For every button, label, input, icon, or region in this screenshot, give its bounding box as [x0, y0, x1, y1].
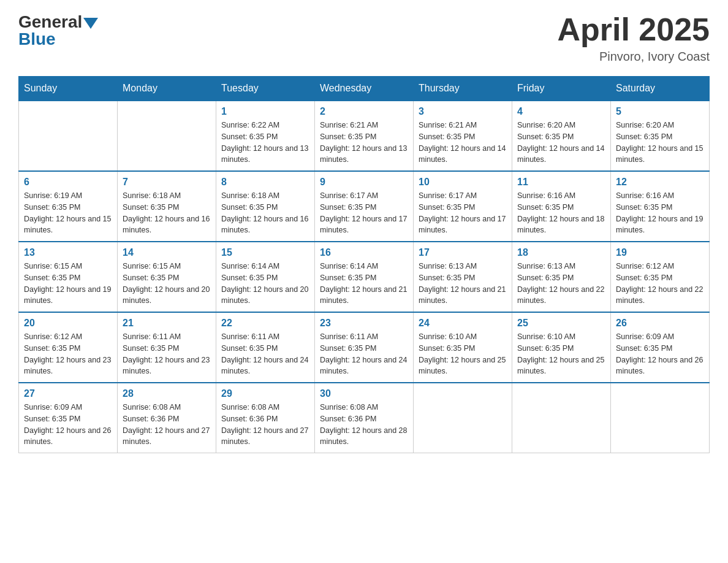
calendar-cell: 4Sunrise: 6:20 AM Sunset: 6:35 PM Daylig… [512, 101, 611, 171]
day-number: 25 [517, 318, 605, 329]
calendar-cell: 25Sunrise: 6:10 AM Sunset: 6:35 PM Dayli… [512, 312, 611, 383]
day-info: Sunrise: 6:17 AM Sunset: 6:35 PM Dayligh… [419, 190, 507, 236]
calendar-cell: 20Sunrise: 6:12 AM Sunset: 6:35 PM Dayli… [19, 312, 118, 383]
day-info: Sunrise: 6:10 AM Sunset: 6:35 PM Dayligh… [419, 331, 507, 377]
day-number: 17 [419, 247, 507, 258]
day-info: Sunrise: 6:12 AM Sunset: 6:35 PM Dayligh… [616, 261, 704, 307]
day-info: Sunrise: 6:09 AM Sunset: 6:35 PM Dayligh… [24, 402, 112, 448]
day-number: 4 [517, 106, 605, 117]
calendar-week-5: 27Sunrise: 6:09 AM Sunset: 6:35 PM Dayli… [19, 383, 710, 453]
day-info: Sunrise: 6:12 AM Sunset: 6:35 PM Dayligh… [24, 331, 112, 377]
day-number: 11 [517, 177, 605, 188]
calendar-cell: 21Sunrise: 6:11 AM Sunset: 6:35 PM Dayli… [118, 312, 216, 383]
day-number: 9 [320, 177, 408, 188]
day-info: Sunrise: 6:11 AM Sunset: 6:35 PM Dayligh… [221, 331, 309, 377]
logo-arrow-icon [83, 18, 98, 29]
day-number: 15 [221, 247, 309, 258]
day-number: 23 [320, 318, 408, 329]
day-number: 29 [221, 388, 309, 399]
day-info: Sunrise: 6:08 AM Sunset: 6:36 PM Dayligh… [320, 402, 408, 448]
calendar-cell: 11Sunrise: 6:16 AM Sunset: 6:35 PM Dayli… [512, 171, 611, 242]
day-info: Sunrise: 6:11 AM Sunset: 6:35 PM Dayligh… [123, 331, 211, 377]
calendar-cell: 7Sunrise: 6:18 AM Sunset: 6:35 PM Daylig… [118, 171, 216, 242]
month-title: April 2025 [557, 12, 710, 47]
calendar-cell: 9Sunrise: 6:17 AM Sunset: 6:35 PM Daylig… [315, 171, 414, 242]
day-number: 21 [123, 318, 211, 329]
day-info: Sunrise: 6:11 AM Sunset: 6:35 PM Dayligh… [320, 331, 408, 377]
calendar-cell: 14Sunrise: 6:15 AM Sunset: 6:35 PM Dayli… [118, 242, 216, 312]
day-info: Sunrise: 6:18 AM Sunset: 6:35 PM Dayligh… [123, 190, 211, 236]
day-info: Sunrise: 6:22 AM Sunset: 6:35 PM Dayligh… [221, 120, 309, 166]
weekday-header-saturday: Saturday [611, 77, 710, 101]
day-number: 19 [616, 247, 704, 258]
day-number: 13 [24, 247, 112, 258]
calendar-cell: 28Sunrise: 6:08 AM Sunset: 6:36 PM Dayli… [118, 383, 216, 453]
title-block: April 2025 Pinvoro, Ivory Coast [557, 12, 710, 64]
calendar-cell: 27Sunrise: 6:09 AM Sunset: 6:35 PM Dayli… [19, 383, 118, 453]
calendar-cell [414, 383, 512, 453]
calendar-cell: 5Sunrise: 6:20 AM Sunset: 6:35 PM Daylig… [611, 101, 710, 171]
calendar-cell: 24Sunrise: 6:10 AM Sunset: 6:35 PM Dayli… [414, 312, 512, 383]
calendar-cell: 13Sunrise: 6:15 AM Sunset: 6:35 PM Dayli… [19, 242, 118, 312]
day-number: 30 [320, 388, 408, 399]
calendar-cell: 10Sunrise: 6:17 AM Sunset: 6:35 PM Dayli… [414, 171, 512, 242]
day-info: Sunrise: 6:15 AM Sunset: 6:35 PM Dayligh… [24, 261, 112, 307]
weekday-header-tuesday: Tuesday [216, 77, 315, 101]
day-info: Sunrise: 6:21 AM Sunset: 6:35 PM Dayligh… [320, 120, 408, 166]
calendar-cell: 1Sunrise: 6:22 AM Sunset: 6:35 PM Daylig… [216, 101, 315, 171]
day-number: 28 [123, 388, 211, 399]
calendar-week-3: 13Sunrise: 6:15 AM Sunset: 6:35 PM Dayli… [19, 242, 710, 312]
calendar-cell: 16Sunrise: 6:14 AM Sunset: 6:35 PM Dayli… [315, 242, 414, 312]
day-number: 14 [123, 247, 211, 258]
day-number: 3 [419, 106, 507, 117]
day-info: Sunrise: 6:21 AM Sunset: 6:35 PM Dayligh… [419, 120, 507, 166]
day-number: 18 [517, 247, 605, 258]
calendar-cell: 12Sunrise: 6:16 AM Sunset: 6:35 PM Dayli… [611, 171, 710, 242]
day-number: 7 [123, 177, 211, 188]
day-info: Sunrise: 6:20 AM Sunset: 6:35 PM Dayligh… [616, 120, 704, 166]
day-number: 1 [221, 106, 309, 117]
day-info: Sunrise: 6:17 AM Sunset: 6:35 PM Dayligh… [320, 190, 408, 236]
page-header: General Blue April 2025 Pinvoro, Ivory C… [18, 12, 710, 64]
day-info: Sunrise: 6:09 AM Sunset: 6:35 PM Dayligh… [616, 331, 704, 377]
day-info: Sunrise: 6:08 AM Sunset: 6:36 PM Dayligh… [123, 402, 211, 448]
day-info: Sunrise: 6:20 AM Sunset: 6:35 PM Dayligh… [517, 120, 605, 166]
day-number: 26 [616, 318, 704, 329]
day-info: Sunrise: 6:16 AM Sunset: 6:35 PM Dayligh… [616, 190, 704, 236]
calendar-cell: 17Sunrise: 6:13 AM Sunset: 6:35 PM Dayli… [414, 242, 512, 312]
calendar-cell: 22Sunrise: 6:11 AM Sunset: 6:35 PM Dayli… [216, 312, 315, 383]
calendar-cell: 30Sunrise: 6:08 AM Sunset: 6:36 PM Dayli… [315, 383, 414, 453]
calendar-table: SundayMondayTuesdayWednesdayThursdayFrid… [18, 76, 710, 453]
day-info: Sunrise: 6:18 AM Sunset: 6:35 PM Dayligh… [221, 190, 309, 236]
day-info: Sunrise: 6:13 AM Sunset: 6:35 PM Dayligh… [517, 261, 605, 307]
calendar-body: 1Sunrise: 6:22 AM Sunset: 6:35 PM Daylig… [19, 101, 710, 453]
weekday-header-sunday: Sunday [19, 77, 118, 101]
calendar-cell: 19Sunrise: 6:12 AM Sunset: 6:35 PM Dayli… [611, 242, 710, 312]
weekday-header-wednesday: Wednesday [315, 77, 414, 101]
day-number: 6 [24, 177, 112, 188]
day-number: 22 [221, 318, 309, 329]
day-info: Sunrise: 6:16 AM Sunset: 6:35 PM Dayligh… [517, 190, 605, 236]
calendar-cell: 29Sunrise: 6:08 AM Sunset: 6:36 PM Dayli… [216, 383, 315, 453]
calendar-cell: 18Sunrise: 6:13 AM Sunset: 6:35 PM Dayli… [512, 242, 611, 312]
weekday-header-friday: Friday [512, 77, 611, 101]
day-number: 24 [419, 318, 507, 329]
location-label: Pinvoro, Ivory Coast [557, 50, 710, 64]
calendar-cell [118, 101, 216, 171]
day-info: Sunrise: 6:14 AM Sunset: 6:35 PM Dayligh… [221, 261, 309, 307]
logo-blue-text: Blue [18, 29, 56, 49]
calendar-cell: 2Sunrise: 6:21 AM Sunset: 6:35 PM Daylig… [315, 101, 414, 171]
calendar-cell [512, 383, 611, 453]
day-info: Sunrise: 6:13 AM Sunset: 6:35 PM Dayligh… [419, 261, 507, 307]
weekday-header-monday: Monday [118, 77, 216, 101]
day-info: Sunrise: 6:10 AM Sunset: 6:35 PM Dayligh… [517, 331, 605, 377]
day-number: 20 [24, 318, 112, 329]
day-number: 5 [616, 106, 704, 117]
weekday-header-thursday: Thursday [414, 77, 512, 101]
calendar-cell: 6Sunrise: 6:19 AM Sunset: 6:35 PM Daylig… [19, 171, 118, 242]
day-number: 8 [221, 177, 309, 188]
calendar-cell: 3Sunrise: 6:21 AM Sunset: 6:35 PM Daylig… [414, 101, 512, 171]
calendar-cell: 8Sunrise: 6:18 AM Sunset: 6:35 PM Daylig… [216, 171, 315, 242]
calendar-week-2: 6Sunrise: 6:19 AM Sunset: 6:35 PM Daylig… [19, 171, 710, 242]
calendar-cell [611, 383, 710, 453]
